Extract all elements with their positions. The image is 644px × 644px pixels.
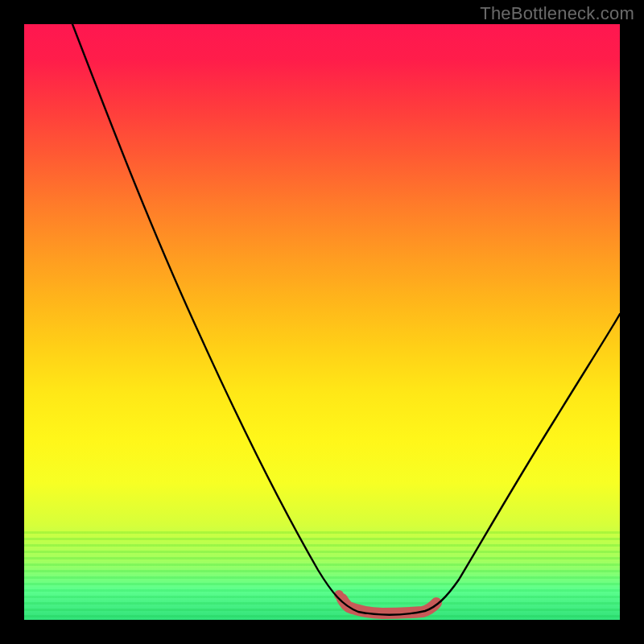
plot-area [24,24,620,620]
chart-frame: TheBottleneck.com [0,0,644,644]
curve-svg [24,24,620,620]
bottleneck-curve [72,24,620,615]
watermark-text: TheBottleneck.com [480,3,634,24]
